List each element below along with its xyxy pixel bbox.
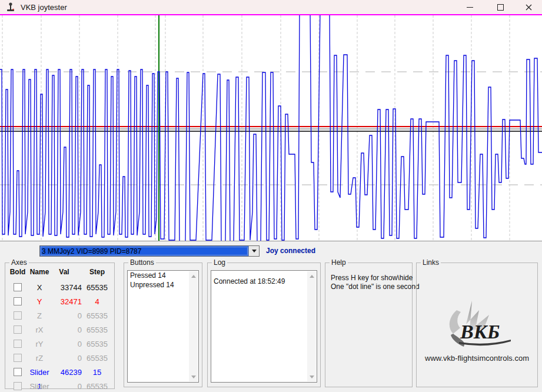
buttons-panel-title: Buttons: [128, 258, 156, 267]
axis-value: 32471: [46, 295, 82, 309]
axis-step: 65535: [83, 281, 111, 295]
buttons-panel: Buttons Pressed 14Unpressed 14: [124, 263, 202, 387]
device-combobox[interactable]: 3 MMJoy2 VID=8989 PID=8787: [39, 245, 260, 257]
axes-table-header: Bold Name Val Step: [5, 268, 114, 277]
scroll-up-icon[interactable]: [307, 271, 316, 281]
bold-checkbox-slider1[interactable]: [14, 368, 22, 376]
vkb-url[interactable]: www.vkb-flightsimcontrols.com: [417, 354, 537, 363]
axis-value: 0: [46, 309, 82, 323]
svg-text:ВКБ: ВКБ: [460, 321, 500, 343]
axis-step: 15: [83, 366, 111, 380]
header-step: Step: [83, 268, 111, 276]
axis-row-rz: rZ065535: [5, 351, 114, 366]
scroll-down-icon[interactable]: [189, 372, 198, 381]
axis-step: 65535: [83, 323, 111, 337]
bold-checkbox-y[interactable]: [14, 297, 22, 305]
title-bar: VKB joytester: [0, 0, 542, 14]
device-combobox-value: 3 MMJoy2 VID=8989 PID=8787: [40, 246, 248, 256]
log-panel-title: Log: [212, 258, 227, 267]
scroll-up-icon[interactable]: [189, 271, 198, 281]
axis-row-z: Z065535: [5, 309, 114, 323]
close-icon: [526, 4, 532, 11]
help-line-1: Press H key for show\hide: [331, 274, 420, 283]
axis-step: 65535: [83, 337, 111, 351]
bold-checkbox-rx: [14, 325, 22, 334]
axis-step: 65535: [83, 351, 111, 366]
maximize-icon: [497, 4, 504, 11]
axis-row-slider1: Slider 14623915: [5, 366, 114, 380]
buttons-scrollbar[interactable]: [189, 271, 198, 381]
chart-svg: [0, 15, 542, 241]
close-button[interactable]: [517, 0, 540, 14]
bold-checkbox-z: [14, 311, 22, 320]
axes-table-rows: X3374465535Y324714Z065535rX065535rY06553…: [5, 281, 114, 392]
log-list-item[interactable]: Connected at 18:52:49: [211, 277, 307, 286]
log-list: Connected at 18:52:49: [211, 271, 307, 286]
log-listbox[interactable]: Connected at 18:52:49: [211, 270, 317, 383]
scroll-down-icon[interactable]: [307, 372, 316, 381]
combobox-dropdown-button[interactable]: [248, 246, 259, 256]
window-title: VKB joytester: [21, 3, 67, 12]
log-scrollbar[interactable]: [307, 271, 316, 381]
axes-panel: Axes Bold Name Val Step X3374465535Y3247…: [5, 263, 115, 389]
axis-value: 46239: [46, 366, 82, 380]
axis-value: 0: [46, 337, 82, 351]
axis-value: 0: [46, 380, 82, 392]
app-window: VKB joytester 3 MMJoy2 VID=8989 PID=8787…: [0, 0, 542, 392]
axis-row-x: X3374465535: [5, 281, 114, 295]
axis-row-ry: rY065535: [5, 337, 114, 351]
joystick-icon: [5, 2, 16, 12]
axis-value: 0: [46, 351, 82, 366]
help-text: Press H key for show\hide One "dot line"…: [331, 274, 420, 291]
axis-value: 0: [46, 323, 82, 337]
help-panel: Help Press H key for show\hide One "dot …: [325, 263, 413, 387]
axis-value: 33744: [46, 281, 82, 295]
bold-checkbox-rz: [14, 354, 22, 362]
buttons-listbox[interactable]: Pressed 14Unpressed 14: [127, 270, 199, 383]
chevron-down-icon: [252, 250, 257, 253]
log-panel: Log Connected at 18:52:49: [207, 263, 321, 387]
vkb-logo: ВКБ: [433, 300, 521, 349]
links-content: ВКБ www.vkb-flightsimcontrols.com: [417, 263, 537, 387]
links-panel: Links ВКБ www.vkb-flightsimcontrols.com: [416, 263, 538, 387]
axis-row-rx: rX065535: [5, 323, 114, 337]
buttons-list-item[interactable]: Unpressed 14: [128, 280, 189, 290]
minimize-button[interactable]: [458, 0, 481, 14]
help-panel-title: Help: [330, 258, 348, 267]
axis-step: 65535: [83, 380, 111, 392]
axis-row-slider2: Slider 2065535: [5, 380, 114, 392]
header-val: Val: [46, 268, 82, 276]
buttons-list-item[interactable]: Pressed 14: [128, 271, 189, 280]
axis-step: 65535: [83, 309, 111, 323]
bold-checkbox-slider2: [14, 382, 22, 390]
bold-checkbox-ry: [14, 340, 22, 348]
header-bold: Bold: [8, 268, 28, 276]
maximize-button[interactable]: [489, 0, 511, 14]
buttons-list: Pressed 14Unpressed 14: [128, 271, 189, 290]
help-line-2: One "dot line" is one second: [331, 283, 420, 291]
axis-signal-chart[interactable]: [0, 15, 542, 241]
joy-connected-status: Joy connected: [266, 247, 315, 255]
minimize-icon: [467, 7, 473, 8]
axis-step: 4: [83, 295, 111, 309]
bold-checkbox-x[interactable]: [14, 283, 22, 291]
axes-panel-title: Axes: [9, 258, 29, 267]
axis-row-y: Y324714: [5, 295, 114, 309]
